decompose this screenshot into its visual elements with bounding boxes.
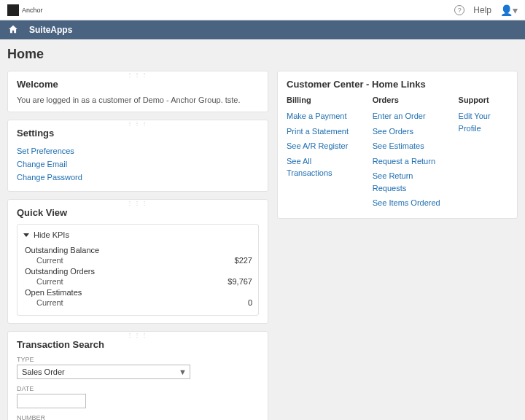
- help-label[interactable]: Help: [473, 5, 491, 15]
- kpi-name: Open Estimates: [25, 288, 252, 297]
- type-value: Sales Order: [22, 368, 65, 376]
- hide-kpis-toggle[interactable]: Hide KPIs: [23, 229, 252, 244]
- welcome-portlet: ⋮⋮⋮ Welcome You are logged in as a custo…: [7, 71, 268, 112]
- kpi-value: $9,767: [228, 277, 252, 286]
- settings-list: Set Preferences Change Email Change Pass…: [17, 144, 259, 184]
- link-header-orders: Orders: [373, 96, 444, 104]
- kpi-name: Outstanding Orders: [25, 267, 252, 276]
- number-label: NUMBER: [17, 414, 259, 420]
- drag-handle-icon[interactable]: ⋮⋮⋮: [127, 200, 149, 206]
- field-type: TYPE Sales Order ▼: [17, 356, 259, 379]
- top-right: ? Help 👤▾: [454, 4, 518, 16]
- link-edit-profile[interactable]: Edit Your Profile: [459, 109, 508, 136]
- logo[interactable]: Anchor: [7, 4, 43, 16]
- settings-set-preferences[interactable]: Set Preferences: [17, 144, 259, 158]
- link-see-estimates[interactable]: See Estimates: [373, 139, 444, 154]
- nav-bar: SuiteApps: [0, 20, 525, 39]
- link-return-requests[interactable]: See Return Requests: [373, 168, 444, 195]
- customer-center-portlet: Customer Center - Home Links Billing Mak…: [277, 71, 518, 219]
- user-menu-icon[interactable]: 👤▾: [500, 4, 518, 16]
- main-content: Home ⋮⋮⋮ Welcome You are logged in as a …: [0, 39, 525, 420]
- link-make-payment[interactable]: Make a Payment: [287, 109, 358, 124]
- link-header-billing: Billing: [287, 96, 358, 104]
- quickview-title: Quick View: [17, 207, 259, 218]
- field-date: DATE: [17, 385, 259, 408]
- settings-change-email[interactable]: Change Email: [17, 158, 259, 171]
- link-col-support: Support Edit Your Profile: [459, 96, 508, 211]
- link-header-support: Support: [459, 96, 508, 104]
- chevron-down-icon: ▼: [179, 368, 187, 376]
- link-list-orders: Enter an Order See Orders See Estimates …: [373, 109, 444, 211]
- kpi-box: Hide KPIs Outstanding Balance Current $2…: [17, 224, 259, 316]
- dashboard-columns: ⋮⋮⋮ Welcome You are logged in as a custo…: [7, 71, 518, 420]
- links-grid: Billing Make a Payment Print a Statement…: [287, 96, 508, 211]
- kpi-row: Outstanding Balance Current $227: [23, 246, 252, 265]
- link-all-transactions[interactable]: See All Transactions: [287, 154, 358, 181]
- settings-portlet: ⋮⋮⋮ Settings Set Preferences Change Emai…: [7, 120, 268, 192]
- transaction-search-title: Transaction Search: [17, 339, 259, 350]
- link-col-billing: Billing Make a Payment Print a Statement…: [287, 96, 358, 211]
- link-items-ordered[interactable]: See Items Ordered: [373, 195, 444, 211]
- kpi-value: 0: [248, 298, 252, 307]
- date-label: DATE: [17, 385, 259, 392]
- help-icon[interactable]: ?: [454, 5, 464, 15]
- date-input[interactable]: [17, 394, 86, 408]
- drag-handle-icon[interactable]: ⋮⋮⋮: [127, 120, 149, 127]
- drag-handle-icon[interactable]: ⋮⋮⋮: [127, 71, 149, 78]
- quickview-portlet: ⋮⋮⋮ Quick View Hide KPIs Outstanding Bal…: [7, 199, 268, 324]
- type-select[interactable]: Sales Order ▼: [17, 365, 190, 379]
- link-print-statement[interactable]: Print a Statement: [287, 124, 358, 139]
- customer-center-title: Customer Center - Home Links: [287, 79, 508, 90]
- hide-kpis-label: Hide KPIs: [34, 230, 69, 239]
- left-column: ⋮⋮⋮ Welcome You are logged in as a custo…: [7, 71, 268, 420]
- kpi-name: Outstanding Balance: [25, 246, 252, 254]
- link-see-orders[interactable]: See Orders: [373, 124, 444, 139]
- home-icon[interactable]: [7, 24, 19, 36]
- kpi-period: Current: [36, 277, 63, 286]
- top-bar: Anchor ? Help 👤▾: [0, 0, 525, 20]
- logo-text: Anchor: [22, 7, 43, 14]
- kpi-row: Outstanding Orders Current $9,767: [23, 267, 252, 286]
- chevron-down-icon: [23, 233, 29, 237]
- link-enter-order[interactable]: Enter an Order: [373, 109, 444, 124]
- drag-handle-icon[interactable]: ⋮⋮⋮: [127, 332, 149, 338]
- page-title: Home: [7, 47, 518, 62]
- settings-change-password[interactable]: Change Password: [17, 171, 259, 184]
- link-list-support: Edit Your Profile: [459, 109, 508, 136]
- welcome-message: You are logged in as a customer of Demo …: [17, 96, 259, 104]
- kpi-period: Current: [36, 256, 63, 265]
- anchor-logo-icon: [7, 4, 19, 16]
- type-label: TYPE: [17, 356, 259, 363]
- transaction-search-portlet: ⋮⋮⋮ Transaction Search TYPE Sales Order …: [7, 331, 268, 420]
- kpi-period: Current: [36, 298, 63, 307]
- link-list-billing: Make a Payment Print a Statement See A/R…: [287, 109, 358, 181]
- kpi-value: $227: [235, 256, 252, 265]
- right-column: Customer Center - Home Links Billing Mak…: [277, 71, 518, 219]
- settings-title: Settings: [17, 128, 259, 139]
- welcome-title: Welcome: [17, 79, 259, 90]
- link-col-orders: Orders Enter an Order See Orders See Est…: [373, 96, 444, 211]
- link-request-return[interactable]: Request a Return: [373, 154, 444, 169]
- kpi-row: Open Estimates Current 0: [23, 288, 252, 307]
- field-number: NUMBER: [17, 414, 259, 420]
- nav-suiteapps[interactable]: SuiteApps: [29, 25, 72, 35]
- link-ar-register[interactable]: See A/R Register: [287, 139, 358, 154]
